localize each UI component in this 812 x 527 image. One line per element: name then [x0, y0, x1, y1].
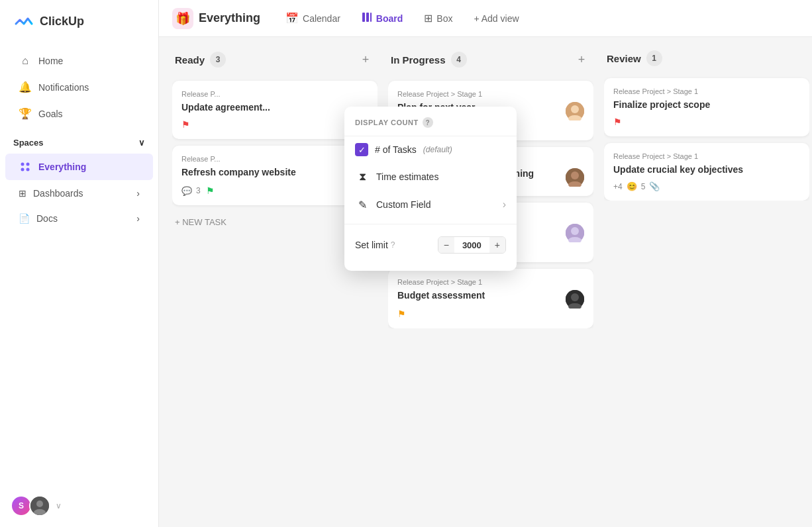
card-rv2-breadcrumb: Release Project > Stage 1 — [613, 152, 800, 160]
column-ready-add-button[interactable]: + — [356, 50, 375, 69]
tab-board-label: Board — [376, 13, 403, 24]
column-inprogress-count: 4 — [451, 52, 467, 68]
card-r2-title-block: Refresh company website — [181, 167, 350, 184]
tab-box[interactable]: ⊞ Box — [415, 7, 462, 30]
clickup-logo-icon — [13, 11, 34, 32]
tab-calendar-label: Calendar — [303, 13, 340, 24]
dashboards-icon: ⊞ — [19, 188, 26, 199]
svg-point-16 — [571, 171, 579, 179]
card-r2-title: Refresh company website — [181, 167, 350, 177]
card-r1-footer: ⚑ — [181, 119, 368, 130]
calendar-icon: 📅 — [285, 12, 299, 24]
card-ip1-avatar — [566, 102, 584, 120]
sidebar-bottom: S ∨ — [0, 485, 158, 527]
logo: ClickUp — [0, 0, 158, 42]
card-ip4-avatar — [566, 290, 584, 309]
card-ip4-header-row: Budget assessment — [397, 290, 584, 309]
column-inprogress-add-button[interactable]: + — [572, 50, 591, 69]
user-menu-chevron-icon[interactable]: ∨ — [56, 501, 62, 510]
column-ready-title-row: Ready 3 — [175, 52, 226, 68]
card-ip4-title: Budget assessment — [397, 290, 566, 301]
limit-minus-button[interactable]: − — [438, 237, 454, 253]
svg-point-0 — [21, 163, 25, 166]
popup-item-tasks[interactable]: ✓ # of Tasks (default) — [344, 136, 517, 163]
popup-header: DISPLAY COUNT ? — [344, 117, 517, 136]
box-icon: ⊞ — [424, 12, 432, 24]
tab-calendar[interactable]: 📅 Calendar — [276, 7, 350, 30]
card-rv1-title: Finalize project scope — [613, 99, 800, 110]
card-rv2[interactable]: Release Project > Stage 1 Update crucial… — [604, 143, 809, 201]
popup-item-time[interactable]: ⧗ Time estimates — [344, 163, 517, 191]
reaction-icon: 😊 — [627, 181, 637, 191]
custom-field-icon: ✎ — [355, 197, 370, 212]
popup-limit-row: Set limit ? − 3000 + — [344, 230, 517, 260]
card-rv2-footer: +4 😊 5 📎 — [613, 181, 800, 191]
card-r2-meta: 💬 3 — [181, 186, 201, 196]
display-count-popup: DISPLAY COUNT ? ✓ # of Tasks (default) ⧗… — [344, 107, 517, 271]
popup-limit-text: Set limit — [355, 240, 388, 250]
column-ready-header: Ready 3 + — [172, 50, 378, 74]
popup-item-tasks-label: # of Tasks — [375, 144, 417, 155]
home-icon: ⌂ — [19, 55, 32, 67]
card-rv1[interactable]: Release Project > Stage 1 Finalize proje… — [604, 78, 809, 136]
dashboards-label: Dashboards — [33, 188, 83, 199]
column-ready-count: 3 — [210, 52, 226, 68]
column-review-count: 1 — [646, 50, 662, 66]
sidebar: ClickUp ⌂ Home 🔔 Notifications 🏆 Goals S… — [0, 0, 159, 527]
tab-board[interactable]: Board — [352, 7, 412, 30]
topbar: 🎁 Everything 📅 Calendar Board ⊞ Box + Ad… — [159, 0, 812, 37]
time-icon: ⧗ — [355, 169, 370, 184]
logo-text: ClickUp — [40, 15, 84, 28]
popup-item-time-label: Time estimates — [376, 171, 438, 182]
svg-rect-8 — [366, 13, 369, 22]
sidebar-item-home-label: Home — [38, 56, 63, 66]
docs-label: Docs — [36, 213, 58, 224]
topbar-view-icon: 🎁 — [172, 8, 193, 29]
flag-red-icon: ⚑ — [181, 119, 190, 130]
sidebar-item-everything[interactable]: Everything — [5, 154, 153, 180]
sidebar-item-docs[interactable]: 📄 Docs › — [5, 207, 153, 230]
card-rv2-plus: +4 — [613, 182, 623, 191]
limit-help-icon: ? — [391, 240, 395, 250]
card-rv2-attach-count: 5 — [641, 182, 646, 191]
tasks-checked-icon: ✓ — [355, 143, 368, 156]
card-ip4-breadcrumb: Release Project > Stage 1 — [397, 278, 584, 286]
popup-divider — [344, 224, 517, 224]
new-task-label: + NEW TASK — [175, 217, 227, 227]
spaces-chevron-icon[interactable]: ∨ — [138, 138, 145, 148]
column-ready-title: Ready — [175, 54, 205, 66]
sidebar-item-goals[interactable]: 🏆 Goals — [5, 101, 153, 126]
docs-icon: 📄 — [19, 213, 30, 224]
card-ip3-avatar — [566, 224, 584, 242]
limit-control: − 3000 + — [438, 236, 506, 254]
svg-point-19 — [571, 227, 579, 235]
sidebar-item-home[interactable]: ⌂ Home — [5, 48, 153, 73]
spaces-label: Spaces — [13, 138, 44, 148]
flag-green-icon: ⚑ — [206, 185, 215, 196]
svg-point-3 — [26, 168, 30, 171]
column-review-title-row: Review 1 — [607, 50, 662, 66]
sidebar-item-dashboards[interactable]: ⊞ Dashboards › — [5, 181, 153, 205]
popup-item-custom[interactable]: ✎ Custom Field › — [344, 191, 517, 218]
add-view-button[interactable]: + Add view — [464, 8, 528, 29]
sidebar-item-notifications-label: Notifications — [38, 82, 89, 93]
card-ip2-avatar — [566, 168, 584, 187]
card-rv2-title: Update crucial key objectives — [613, 164, 800, 175]
sidebar-item-notifications[interactable]: 🔔 Notifications — [5, 74, 153, 100]
limit-plus-button[interactable]: + — [489, 237, 505, 253]
board: Ready 3 + Release P... Update agreement.… — [159, 37, 812, 527]
avatar-stack: S — [11, 495, 50, 516]
svg-point-5 — [36, 501, 43, 507]
card-r2-footer: 💬 3 ⚑ — [181, 185, 368, 196]
card-rv1-flag-icon: ⚑ — [613, 117, 622, 127]
sidebar-nav: ⌂ Home 🔔 Notifications 🏆 Goals — [0, 42, 158, 132]
card-ip4[interactable]: Release Project > Stage 1 Budget assessm… — [388, 269, 593, 328]
everything-label: Everything — [38, 162, 86, 172]
card-rv2-meta: +4 😊 5 📎 — [613, 181, 660, 191]
column-review-title: Review — [607, 53, 641, 64]
column-inprogress-header: In Progress 4 + — [388, 50, 593, 74]
card-r1-breadcrumb: Release P... — [181, 90, 368, 98]
avatar-j[interactable] — [29, 495, 50, 516]
sidebar-item-goals-label: Goals — [38, 109, 63, 119]
popup-limit-label: Set limit ? — [355, 240, 395, 250]
